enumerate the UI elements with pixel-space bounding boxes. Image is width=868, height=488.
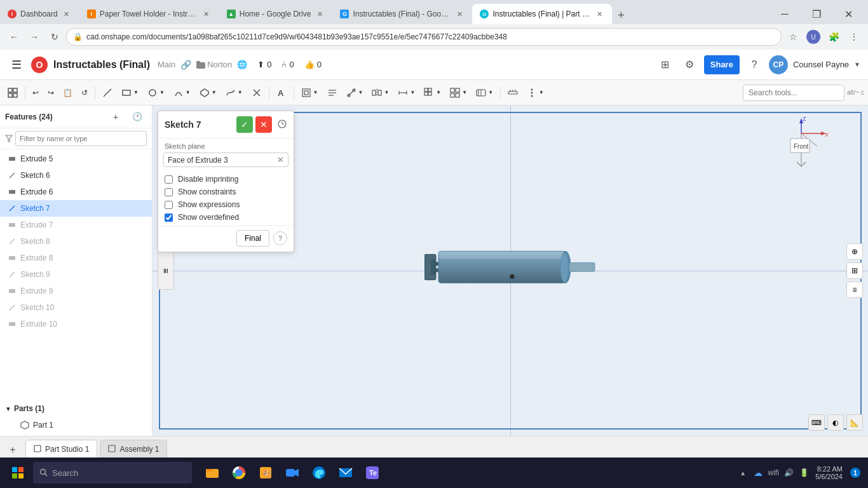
folder-icon[interactable]: Norton <box>196 60 232 69</box>
polygon-tool[interactable]: ▼ <box>196 83 220 102</box>
browser-tab-2[interactable]: I Paper Towel Holder - Instruc... ✕ <box>79 4 219 24</box>
more-tools[interactable]: ▼ <box>523 83 548 102</box>
line-tool[interactable] <box>98 83 116 102</box>
feature-list-clock-icon[interactable]: 🕐 <box>128 107 147 126</box>
taskbar-wifi-icon[interactable]: wifi <box>767 466 780 479</box>
sketch-cancel-button[interactable]: ✕ <box>255 116 272 133</box>
measure-tool[interactable] <box>504 83 522 102</box>
taskbar-app-teams[interactable]: Te <box>360 460 385 485</box>
render-icon[interactable]: ◐ <box>827 414 844 431</box>
feature-extrude6[interactable]: Extrude 6 <box>0 184 152 200</box>
rect-tool[interactable]: ▼ <box>118 83 142 102</box>
view-cube[interactable]: Z X Front <box>773 114 830 172</box>
option-show-overdefined[interactable]: Show overdefined <box>165 213 287 222</box>
browser-tab-5[interactable]: O Instructables (Final) | Part St... ✕ <box>472 4 612 24</box>
tab-close-2[interactable]: ✕ <box>201 9 212 19</box>
mirror-tool[interactable]: ▼ <box>368 83 393 102</box>
zoom-icon[interactable]: ⊕ <box>846 243 863 260</box>
tab-close-5[interactable]: ✕ <box>594 9 604 19</box>
forward-button[interactable]: → <box>25 28 43 46</box>
bookmark-button[interactable]: ☆ <box>784 28 802 46</box>
export-stat[interactable]: ⬆ ⬆ 0 <box>257 60 271 69</box>
notification-button[interactable]: 1 <box>848 460 863 485</box>
feature-extrude5[interactable]: Extrude 5 <box>0 151 152 167</box>
feature-sketch9[interactable]: Sketch 9 <box>0 266 152 283</box>
grid-icon[interactable]: ⊞ <box>846 262 863 279</box>
address-bar[interactable]: 🔒 cad.onshape.com/documents/1a098baf265c… <box>66 28 782 46</box>
sketch-plane-clear-button[interactable]: ✕ <box>277 155 284 165</box>
reload-button[interactable]: ↻ <box>46 28 64 46</box>
taskbar-cloud-icon[interactable]: ☁ <box>752 466 764 479</box>
new-tab-button[interactable]: + <box>612 6 630 24</box>
globe-icon[interactable]: 🌐 <box>237 60 247 69</box>
redo-button[interactable]: ↪ <box>44 83 58 102</box>
feature-extrude10[interactable]: Extrude 10 <box>0 316 152 332</box>
checkbox-show-overdefined[interactable] <box>165 214 173 222</box>
taskbar-search[interactable]: Search <box>33 462 192 484</box>
feature-extrude8[interactable]: Extrude 8 <box>0 250 152 266</box>
part-1[interactable]: Part 1 <box>5 417 147 433</box>
link-icon[interactable]: 🔗 <box>180 60 191 70</box>
back-button[interactable]: ← <box>5 28 23 46</box>
feature-sketch10[interactable]: Sketch 10 <box>0 299 152 316</box>
tab-part-studio[interactable]: Part Studio 1 <box>25 440 97 458</box>
minimize-button[interactable]: ─ <box>770 4 799 24</box>
filter-input[interactable] <box>15 131 147 146</box>
like-stat[interactable]: 👍 0 <box>304 60 322 69</box>
feature-extrude7[interactable]: Extrude 7 <box>0 217 152 233</box>
taskbar-app-paint[interactable]: 🎨 <box>253 460 278 485</box>
user-name[interactable]: Counsel Payne <box>793 60 849 69</box>
feature-extrude9[interactable]: Extrude 9 <box>0 283 152 299</box>
tab-close-3[interactable]: ✕ <box>315 9 325 19</box>
taskbar-app-zoom[interactable] <box>280 460 305 485</box>
trim-tool[interactable]: ▼ <box>342 83 367 102</box>
checkbox-show-constraints[interactable] <box>165 188 173 196</box>
browser-tab-1[interactable]: i Dashboard ✕ <box>0 4 79 24</box>
taskbar-volume-icon[interactable]: 🔊 <box>782 466 795 479</box>
add-feature-button[interactable]: + <box>106 107 125 126</box>
pattern-tool[interactable]: ▼ <box>420 83 445 102</box>
tab-close-1[interactable]: ✕ <box>62 9 72 19</box>
option-show-expressions[interactable]: Show expressions <box>165 200 287 209</box>
circle-tool[interactable]: ▼ <box>144 83 168 102</box>
add-tab-button[interactable]: + <box>5 442 20 458</box>
text-tool[interactable]: A <box>273 83 290 102</box>
browser-menu-button[interactable]: ⋮ <box>845 28 863 46</box>
browser-tab-4[interactable]: G Instructables (Final) - Googl... ✕ <box>332 4 472 24</box>
align-tool[interactable] <box>323 83 341 102</box>
feature-sketch7[interactable]: Sketch 7 <box>0 200 152 217</box>
taskbar-app-chrome[interactable] <box>226 460 252 485</box>
taskbar-app-mail[interactable] <box>333 460 358 485</box>
search-tools-input[interactable] <box>743 85 844 101</box>
clipboard-button[interactable]: 📋 <box>59 83 76 102</box>
feature-sketch8[interactable]: Sketch 8 <box>0 233 152 250</box>
branch-stat[interactable]: ⑃ 0 <box>281 60 294 69</box>
restore-button[interactable]: ❐ <box>802 4 831 24</box>
grid-tool[interactable]: ▼ <box>446 83 471 102</box>
option-disable-imprinting[interactable]: Disable imprinting <box>165 175 287 184</box>
regenerate-button[interactable]: ↺ <box>78 83 92 102</box>
arc-tool[interactable]: ▼ <box>170 83 194 102</box>
list-icon[interactable]: ≡ <box>846 281 863 298</box>
measure-icon[interactable]: 📐 <box>846 414 863 431</box>
share-button[interactable]: Share <box>704 55 740 74</box>
dimension-tool[interactable]: ▼ <box>394 83 419 102</box>
sketch-clock-icon[interactable] <box>277 119 287 131</box>
sketch-extra-tool[interactable]: ▼ <box>472 83 497 102</box>
grid-view-button[interactable]: ⊞ <box>656 55 675 74</box>
tab-assembly[interactable]: Assembly 1 <box>100 440 167 458</box>
spline-tool[interactable]: ▼ <box>222 83 247 102</box>
final-button[interactable]: Final <box>236 230 269 247</box>
menu-button[interactable]: ☰ <box>8 56 25 74</box>
checkbox-show-expressions[interactable] <box>165 201 173 209</box>
features-icon[interactable] <box>4 83 22 102</box>
option-show-constraints[interactable]: Show constraints <box>165 187 287 196</box>
sketch-confirm-button[interactable]: ✓ <box>236 116 253 133</box>
browser-tab-3[interactable]: ▲ Home - Google Drive ✕ <box>219 4 333 24</box>
start-button[interactable] <box>5 460 31 485</box>
settings-button[interactable]: ⚙ <box>680 55 699 74</box>
keyboard-icon[interactable]: ⌨ <box>808 414 825 431</box>
taskbar-arrow-icon[interactable]: ▲ <box>736 466 749 479</box>
close-button[interactable]: ✕ <box>834 4 863 24</box>
feature-sketch6[interactable]: Sketch 6 <box>0 167 152 184</box>
